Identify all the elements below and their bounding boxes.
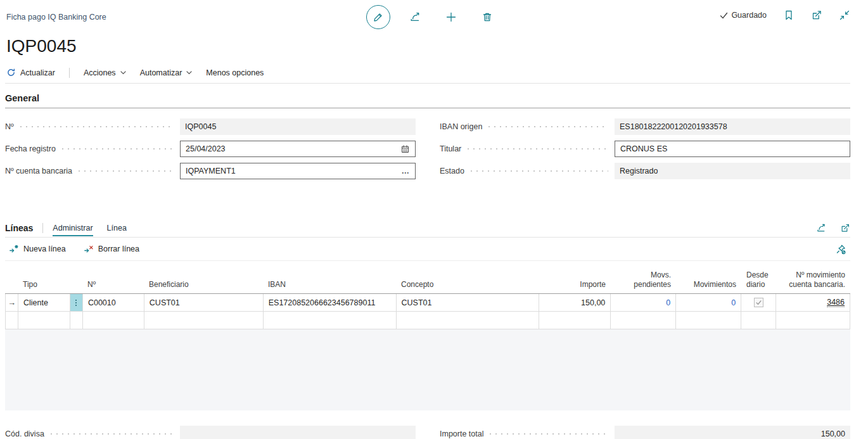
cell-concepto[interactable]: CUST01 [397, 294, 540, 311]
table-header-row: Tipo Nº Beneficiario IBAN Concepto Impor… [5, 261, 850, 294]
new-record-button[interactable] [445, 11, 457, 23]
field-estado-label: Estado [440, 167, 464, 175]
lines-header-icons [816, 223, 850, 233]
payment-card-page: Ficha pago IQ Banking Core [0, 0, 868, 439]
column-header-no[interactable]: Nº [82, 280, 144, 293]
cell-no[interactable]: C00010 [83, 294, 144, 311]
cell-movs-pendientes[interactable]: 0 [611, 294, 676, 311]
automate-menu[interactable]: Automatizar [140, 68, 193, 77]
cell-desde-diario[interactable] [741, 312, 776, 329]
record-action-icons [366, 5, 493, 29]
field-iban-label: IBAN origen [440, 122, 482, 131]
new-line-button[interactable]: Nueva línea [9, 244, 66, 254]
column-header-iban[interactable]: IBAN [263, 280, 396, 293]
dotted-leader [62, 148, 174, 150]
delete-line-button[interactable]: Borrar línea [84, 244, 139, 254]
saved-indicator: Guardado [720, 11, 767, 20]
vertical-ellipsis-icon [72, 298, 80, 308]
tab-administrar[interactable]: Administrar [53, 220, 93, 236]
lines-share-button[interactable] [816, 223, 826, 233]
lookup-ellipsis-icon[interactable]: … [402, 167, 411, 175]
cell-n-movimiento[interactable]: 3486 [776, 294, 850, 311]
cell-no[interactable] [83, 312, 144, 329]
field-estado: Estado Registrado [440, 163, 850, 179]
field-fecha-input[interactable]: 25/04/2023 [180, 141, 416, 157]
calendar-icon[interactable] [400, 144, 410, 154]
delete-record-button[interactable] [482, 11, 493, 23]
share-button[interactable] [409, 11, 421, 23]
field-cuenta-input[interactable]: IQPAYMENT1 … [180, 163, 416, 179]
n-movimiento-link[interactable]: 3486 [827, 298, 845, 307]
saved-label: Guardado [731, 11, 767, 20]
cell-n-movimiento[interactable] [776, 312, 850, 329]
edit-button[interactable] [366, 5, 390, 29]
cell-options-button[interactable] [70, 294, 83, 311]
cell-options[interactable] [70, 312, 83, 329]
field-divisa-value[interactable] [180, 426, 416, 439]
cell-importe[interactable]: 150,00 [539, 294, 611, 311]
column-header-movimientos[interactable]: Movimientos [676, 280, 741, 293]
field-titular-value: CRONUS ES [620, 144, 845, 153]
cell-importe[interactable] [539, 312, 611, 329]
cell-beneficiario[interactable]: CUST01 [144, 294, 264, 311]
column-header-concepto[interactable]: Concepto [396, 280, 539, 293]
refresh-label: Actualizar [20, 68, 55, 77]
open-in-window-button[interactable] [811, 10, 822, 21]
unpin-button[interactable] [836, 244, 846, 255]
cell-beneficiario[interactable] [144, 312, 264, 329]
lines-part-header: Líneas Administrar Línea [5, 219, 850, 238]
movimientos-link[interactable]: 0 [731, 298, 736, 307]
column-header-movs-pendientes[interactable]: Movs. pendientes [611, 270, 676, 293]
cell-movimientos[interactable] [676, 312, 741, 329]
tab-linea[interactable]: Línea [107, 220, 127, 236]
top-header: Ficha pago IQ Banking Core [5, 0, 850, 33]
column-header-n-movimiento[interactable]: Nº movimiento cuenta bancaria. [776, 270, 850, 293]
general-section-title: General [5, 93, 850, 108]
field-titular-label: Titular [440, 144, 461, 153]
field-importe-total-label: Importe total [440, 429, 483, 438]
more-options-button[interactable]: Menos opciones [206, 68, 264, 77]
field-titular-input[interactable]: CRONUS ES [615, 141, 850, 157]
dotted-leader [51, 433, 174, 435]
pencil-icon [373, 11, 384, 23]
field-iban-value[interactable]: ES1801822200120201933578 [615, 118, 850, 135]
field-estado-value[interactable]: Registrado [615, 163, 850, 179]
desde-diario-checkbox[interactable] [754, 298, 763, 307]
popout-icon [840, 223, 850, 233]
field-no-value[interactable]: IQP0045 [180, 118, 416, 135]
actions-menu[interactable]: Acciones [84, 68, 126, 77]
cell-concepto[interactable] [397, 312, 540, 329]
field-cod-divisa: Cód. divisa [5, 426, 416, 439]
bookmark-icon [783, 10, 795, 21]
movs-pendientes-link[interactable]: 0 [666, 298, 670, 307]
share-icon [816, 223, 826, 233]
cell-movs-pendientes[interactable] [611, 312, 676, 329]
field-importe-total-value[interactable]: 150,00 [615, 426, 850, 439]
delete-line-label: Borrar línea [98, 245, 139, 253]
lines-expand-button[interactable] [840, 223, 850, 233]
new-line-label: Nueva línea [23, 245, 66, 253]
column-header-importe[interactable]: Importe [539, 280, 611, 293]
plus-icon [445, 11, 457, 23]
lines-toolbar: Nueva línea Borrar línea [5, 238, 850, 261]
page-caption: Ficha pago IQ Banking Core [6, 13, 106, 22]
cell-tipo[interactable]: Cliente [18, 294, 70, 311]
collapse-button[interactable] [839, 10, 850, 21]
refresh-button[interactable]: Actualizar [6, 68, 55, 77]
cell-movimientos[interactable]: 0 [676, 294, 741, 311]
field-cuenta-label: Nº cuenta bancaria [5, 167, 72, 175]
column-header-beneficiario[interactable]: Beneficiario [144, 280, 263, 293]
column-header-indicator [5, 289, 18, 293]
arrow-right-icon: → [8, 298, 16, 307]
page-title: IQP0045 [6, 33, 850, 62]
cell-iban[interactable] [264, 312, 397, 329]
column-header-desde-diario[interactable]: Desde diario [741, 270, 776, 293]
bookmark-button[interactable] [783, 10, 795, 21]
row-indicator-cell [6, 312, 18, 329]
cell-tipo[interactable] [18, 312, 70, 329]
action-bar-divider [69, 68, 70, 78]
column-header-tipo[interactable]: Tipo [18, 280, 70, 293]
dotted-leader [79, 170, 174, 172]
cell-iban[interactable]: ES1720852066623456789011 [264, 294, 397, 311]
refresh-icon [6, 68, 16, 77]
